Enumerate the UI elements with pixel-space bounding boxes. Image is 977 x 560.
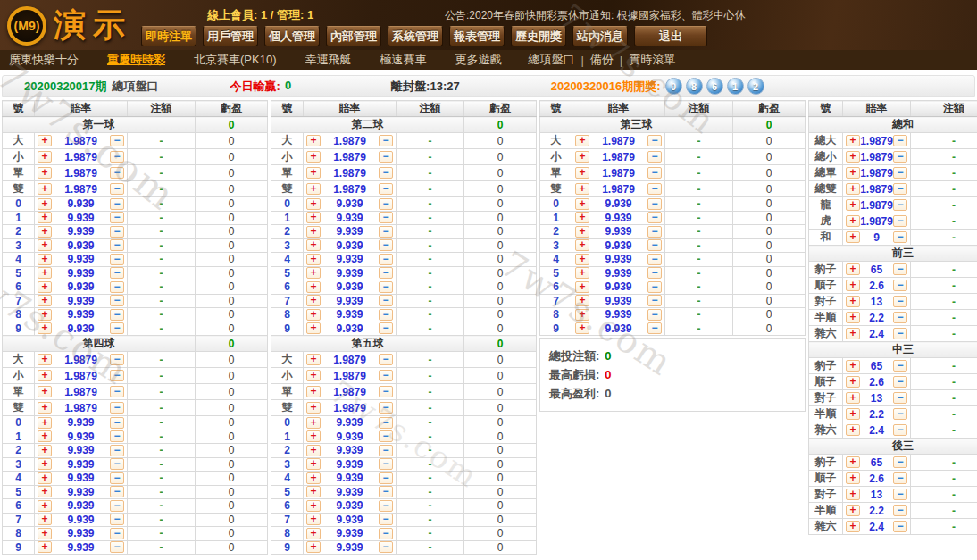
odds-decrease-button[interactable]: − bbox=[110, 458, 124, 470]
odds-decrease-button[interactable]: − bbox=[110, 239, 124, 251]
odds-decrease-button[interactable]: − bbox=[893, 263, 907, 275]
odds-increase-button[interactable]: + bbox=[575, 135, 589, 146]
odds-decrease-button[interactable]: − bbox=[893, 424, 907, 436]
odds-decrease-button[interactable]: − bbox=[379, 322, 393, 334]
link-backup[interactable]: 備份 bbox=[590, 52, 614, 68]
odds-decrease-button[interactable]: − bbox=[893, 183, 907, 195]
odds-decrease-button[interactable]: − bbox=[379, 167, 393, 179]
odds-decrease-button[interactable]: − bbox=[893, 280, 907, 291]
odds-increase-button[interactable]: + bbox=[306, 151, 321, 163]
odds-decrease-button[interactable]: − bbox=[379, 309, 393, 321]
odds-increase-button[interactable]: + bbox=[38, 402, 52, 414]
odds-increase-button[interactable]: + bbox=[846, 392, 860, 404]
odds-decrease-button[interactable]: − bbox=[379, 528, 393, 539]
game-guangdong-happy10[interactable]: 廣東快樂十分 bbox=[9, 52, 79, 68]
odds-decrease-button[interactable]: − bbox=[379, 386, 393, 397]
odds-increase-button[interactable]: + bbox=[306, 541, 321, 553]
odds-increase-button[interactable]: + bbox=[38, 528, 52, 539]
odds-increase-button[interactable]: + bbox=[306, 295, 321, 306]
odds-increase-button[interactable]: + bbox=[846, 456, 860, 468]
odds-increase-button[interactable]: + bbox=[846, 296, 860, 307]
odds-increase-button[interactable]: + bbox=[575, 295, 589, 306]
odds-decrease-button[interactable]: − bbox=[110, 254, 124, 265]
odds-increase-button[interactable]: + bbox=[38, 430, 52, 442]
odds-increase-button[interactable]: + bbox=[306, 322, 321, 334]
odds-decrease-button[interactable]: − bbox=[379, 402, 393, 414]
odds-increase-button[interactable]: + bbox=[575, 198, 589, 210]
odds-increase-button[interactable]: + bbox=[38, 167, 52, 179]
odds-decrease-button[interactable]: − bbox=[647, 322, 662, 334]
odds-increase-button[interactable]: + bbox=[846, 489, 860, 500]
odds-decrease-button[interactable]: − bbox=[893, 472, 907, 484]
nav-internal-management[interactable]: 內部管理 bbox=[326, 26, 381, 46]
odds-increase-button[interactable]: + bbox=[306, 417, 321, 429]
odds-increase-button[interactable]: + bbox=[846, 472, 860, 484]
odds-decrease-button[interactable]: − bbox=[647, 135, 662, 146]
odds-increase-button[interactable]: + bbox=[38, 183, 52, 195]
odds-decrease-button[interactable]: − bbox=[893, 376, 907, 388]
odds-increase-button[interactable]: + bbox=[306, 486, 321, 497]
odds-increase-button[interactable]: + bbox=[306, 354, 321, 365]
odds-increase-button[interactable]: + bbox=[306, 254, 321, 265]
odds-decrease-button[interactable]: − bbox=[647, 183, 662, 195]
odds-increase-button[interactable]: + bbox=[846, 215, 860, 227]
odds-decrease-button[interactable]: − bbox=[379, 370, 393, 381]
odds-increase-button[interactable]: + bbox=[575, 183, 589, 195]
link-total-board[interactable]: 總項盤口 bbox=[528, 52, 574, 68]
odds-increase-button[interactable]: + bbox=[846, 199, 860, 211]
odds-decrease-button[interactable]: − bbox=[379, 541, 393, 553]
odds-decrease-button[interactable]: − bbox=[893, 167, 907, 179]
odds-increase-button[interactable]: + bbox=[38, 254, 52, 265]
odds-decrease-button[interactable]: − bbox=[110, 135, 124, 146]
odds-increase-button[interactable]: + bbox=[846, 135, 860, 146]
odds-decrease-button[interactable]: − bbox=[647, 295, 662, 306]
odds-decrease-button[interactable]: − bbox=[893, 489, 907, 500]
odds-increase-button[interactable]: + bbox=[575, 239, 589, 251]
odds-decrease-button[interactable]: − bbox=[110, 267, 124, 279]
odds-decrease-button[interactable]: − bbox=[647, 151, 662, 163]
odds-increase-button[interactable]: + bbox=[38, 239, 52, 251]
odds-increase-button[interactable]: + bbox=[306, 430, 321, 442]
odds-decrease-button[interactable]: − bbox=[893, 392, 907, 404]
odds-decrease-button[interactable]: − bbox=[110, 295, 124, 306]
odds-increase-button[interactable]: + bbox=[38, 267, 52, 279]
odds-increase-button[interactable]: + bbox=[846, 408, 860, 420]
odds-decrease-button[interactable]: − bbox=[647, 267, 662, 279]
odds-decrease-button[interactable]: − bbox=[110, 354, 124, 365]
odds-decrease-button[interactable]: − bbox=[379, 226, 393, 238]
odds-increase-button[interactable]: + bbox=[38, 445, 52, 456]
odds-decrease-button[interactable]: − bbox=[379, 254, 393, 265]
odds-decrease-button[interactable]: − bbox=[893, 312, 907, 323]
odds-decrease-button[interactable]: − bbox=[379, 281, 393, 293]
odds-increase-button[interactable]: + bbox=[38, 198, 52, 210]
odds-decrease-button[interactable]: − bbox=[893, 151, 907, 163]
odds-decrease-button[interactable]: − bbox=[893, 215, 907, 227]
odds-decrease-button[interactable]: − bbox=[110, 386, 124, 397]
odds-increase-button[interactable]: + bbox=[38, 370, 52, 381]
odds-decrease-button[interactable]: − bbox=[893, 296, 907, 307]
odds-increase-button[interactable]: + bbox=[38, 151, 52, 163]
odds-decrease-button[interactable]: − bbox=[647, 212, 662, 223]
odds-decrease-button[interactable]: − bbox=[379, 514, 393, 525]
odds-decrease-button[interactable]: − bbox=[893, 231, 907, 243]
odds-increase-button[interactable]: + bbox=[38, 295, 52, 306]
odds-decrease-button[interactable]: − bbox=[110, 198, 124, 210]
odds-increase-button[interactable]: + bbox=[306, 267, 321, 279]
odds-decrease-button[interactable]: − bbox=[379, 486, 393, 497]
odds-decrease-button[interactable]: − bbox=[379, 417, 393, 429]
nav-user-management[interactable]: 用戶管理 bbox=[203, 26, 258, 46]
odds-increase-button[interactable]: + bbox=[846, 263, 860, 275]
odds-decrease-button[interactable]: − bbox=[893, 135, 907, 146]
odds-increase-button[interactable]: + bbox=[306, 500, 321, 512]
odds-increase-button[interactable]: + bbox=[575, 226, 589, 238]
odds-decrease-button[interactable]: − bbox=[379, 267, 393, 279]
odds-decrease-button[interactable]: − bbox=[110, 472, 124, 484]
odds-increase-button[interactable]: + bbox=[846, 280, 860, 291]
odds-increase-button[interactable]: + bbox=[306, 458, 321, 470]
odds-increase-button[interactable]: + bbox=[38, 309, 52, 321]
odds-decrease-button[interactable]: − bbox=[893, 521, 907, 532]
odds-decrease-button[interactable]: − bbox=[647, 167, 662, 179]
odds-increase-button[interactable]: + bbox=[38, 514, 52, 525]
odds-increase-button[interactable]: + bbox=[846, 505, 860, 516]
odds-decrease-button[interactable]: − bbox=[110, 514, 124, 525]
